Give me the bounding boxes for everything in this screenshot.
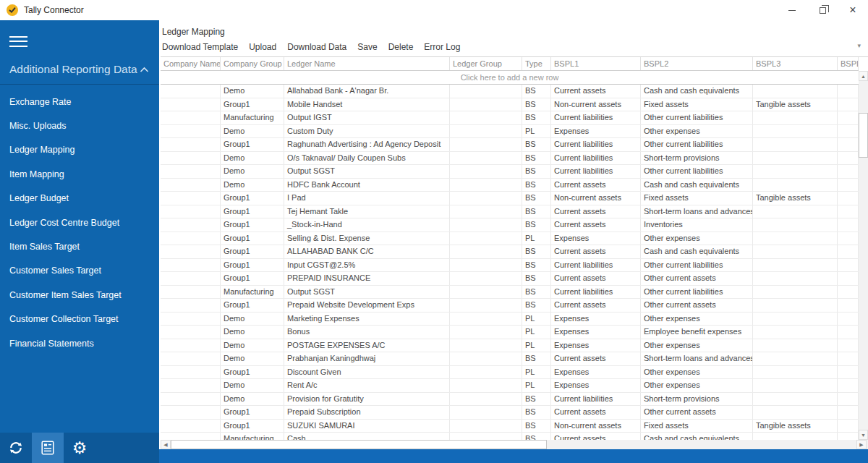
- table-cell[interactable]: BS: [522, 406, 551, 419]
- close-button[interactable]: ×: [838, 0, 868, 20]
- add-new-row[interactable]: Click here to add a new row: [161, 71, 859, 85]
- table-cell[interactable]: Cash and cash equivalents: [641, 433, 753, 440]
- table-cell[interactable]: [450, 245, 522, 258]
- table-cell[interactable]: Current liabilities: [551, 111, 641, 124]
- table-cell[interactable]: Manufacturing: [221, 111, 284, 124]
- table-cell[interactable]: [753, 272, 838, 285]
- table-cell[interactable]: Group1: [221, 299, 284, 312]
- table-cell[interactable]: [838, 259, 859, 272]
- table-cell[interactable]: [838, 85, 859, 98]
- table-row[interactable]: Group1Mobile HandsetBSNon-current assets…: [161, 98, 859, 112]
- table-cell[interactable]: Group1: [221, 98, 284, 111]
- table-cell[interactable]: [161, 218, 221, 232]
- table-row[interactable]: Group1Prepaid Website Development ExpsBS…: [161, 299, 859, 313]
- table-cell[interactable]: [450, 286, 522, 299]
- minimize-button[interactable]: [777, 0, 807, 20]
- delete-button[interactable]: Delete: [388, 42, 414, 52]
- column-header[interactable]: BSPL1: [551, 57, 641, 70]
- table-row[interactable]: DemoRent A/cPLExpensesOther expenses: [161, 379, 859, 393]
- table-cell[interactable]: [838, 393, 859, 406]
- table-row[interactable]: DemoCustom DutyPLExpensesOther expenses: [161, 125, 859, 139]
- table-cell[interactable]: [753, 259, 838, 272]
- table-cell[interactable]: Current assets: [551, 272, 641, 285]
- table-row[interactable]: Group1Input CGST@2.5%BSCurrent liabiliti…: [161, 259, 859, 273]
- table-cell[interactable]: BS: [522, 111, 551, 124]
- table-cell[interactable]: Expenses: [551, 125, 641, 138]
- table-cell[interactable]: Bonus: [284, 326, 450, 339]
- table-cell[interactable]: [753, 406, 838, 419]
- table-cell[interactable]: [161, 313, 221, 326]
- sidebar-item-financial-statements[interactable]: Financial Statements: [0, 331, 159, 355]
- sidebar-item-exchange-rate[interactable]: Exchange Rate: [0, 90, 159, 114]
- table-cell[interactable]: Demo: [221, 152, 284, 165]
- table-cell[interactable]: [838, 138, 859, 151]
- table-cell[interactable]: Other current liabilities: [641, 165, 753, 178]
- table-row[interactable]: ManufacturingOutput IGSTBSCurrent liabil…: [161, 111, 859, 125]
- sidebar-item-ledger-mapping[interactable]: Ledger Mapping: [0, 138, 159, 162]
- table-row[interactable]: DemoO/s Taknaval/ Daily Coupen SubsBSCur…: [161, 152, 859, 166]
- table-cell[interactable]: [161, 406, 221, 419]
- table-cell[interactable]: [753, 218, 838, 232]
- table-cell[interactable]: [161, 366, 221, 379]
- table-cell[interactable]: Cash and cash equivalents: [641, 85, 753, 98]
- table-cell[interactable]: [838, 179, 859, 192]
- table-cell[interactable]: [838, 339, 859, 352]
- table-cell[interactable]: Demo: [221, 379, 284, 392]
- table-cell[interactable]: Group1: [221, 232, 284, 245]
- table-cell[interactable]: Fixed assets: [641, 420, 753, 433]
- table-cell[interactable]: BS: [522, 218, 551, 232]
- table-cell[interactable]: Inventories: [641, 218, 753, 232]
- table-cell[interactable]: [753, 433, 838, 440]
- sidebar-item-customer-collection-target[interactable]: Customer Collection Target: [0, 307, 159, 331]
- table-cell[interactable]: [838, 165, 859, 178]
- column-header[interactable]: BSPL4: [838, 57, 859, 70]
- download-template-button[interactable]: Download Template: [162, 42, 238, 52]
- table-cell[interactable]: [450, 406, 522, 419]
- table-cell[interactable]: [753, 339, 838, 352]
- table-cell[interactable]: Other expenses: [641, 366, 753, 379]
- sidebar-item-ledger-cost-centre-budget[interactable]: Ledger Cost Centre Budget: [0, 211, 159, 234]
- table-cell[interactable]: [450, 299, 522, 312]
- table-cell[interactable]: [161, 165, 221, 178]
- table-cell[interactable]: [450, 152, 522, 165]
- table-cell[interactable]: [161, 326, 221, 339]
- table-cell[interactable]: BS: [522, 352, 551, 365]
- scroll-up-button[interactable]: ▲: [859, 71, 868, 81]
- toolbar-overflow-button[interactable]: ▾: [857, 42, 861, 49]
- table-cell[interactable]: Tangible assets: [753, 98, 838, 111]
- table-row[interactable]: DemoBonusPLExpensesEmployee benefit expe…: [161, 326, 859, 339]
- table-cell[interactable]: [753, 125, 838, 138]
- table-cell[interactable]: Group1: [221, 218, 284, 232]
- table-cell[interactable]: [450, 352, 522, 365]
- sidebar-item-item-sales-target[interactable]: Item Sales Target: [0, 234, 159, 258]
- table-row[interactable]: Group1Selling & Dist. ExpensePLExpensesO…: [161, 232, 859, 246]
- table-row[interactable]: Group1ALLAHABAD BANK C/CBSCurrent assets…: [161, 245, 859, 259]
- table-cell[interactable]: [161, 111, 221, 124]
- table-cell[interactable]: [838, 125, 859, 138]
- table-cell[interactable]: [450, 326, 522, 339]
- table-cell[interactable]: [753, 165, 838, 178]
- table-cell[interactable]: [753, 326, 838, 339]
- table-cell[interactable]: [161, 299, 221, 312]
- table-cell[interactable]: [838, 326, 859, 339]
- table-cell[interactable]: [450, 98, 522, 111]
- table-cell[interactable]: [838, 111, 859, 124]
- scroll-left-button[interactable]: ◀: [161, 440, 171, 449]
- table-cell[interactable]: BS: [522, 420, 551, 433]
- sidebar-item-customer-sales-target[interactable]: Customer Sales Target: [0, 259, 159, 283]
- table-cell[interactable]: [161, 245, 221, 258]
- table-cell[interactable]: [838, 420, 859, 433]
- table-cell[interactable]: HDFC Bank Account: [284, 179, 450, 192]
- table-cell[interactable]: PL: [522, 326, 551, 339]
- table-cell[interactable]: Demo: [221, 393, 284, 406]
- table-cell[interactable]: Current assets: [551, 179, 641, 192]
- table-cell[interactable]: [753, 352, 838, 365]
- table-cell[interactable]: SUZUKI SAMURAI: [284, 420, 450, 433]
- table-cell[interactable]: Tangible assets: [753, 192, 838, 205]
- table-cell[interactable]: [838, 98, 859, 111]
- table-cell[interactable]: [161, 232, 221, 245]
- table-cell[interactable]: Expenses: [551, 366, 641, 379]
- table-cell[interactable]: [450, 232, 522, 245]
- table-cell[interactable]: Current assets: [551, 85, 641, 98]
- table-cell[interactable]: Current assets: [551, 406, 641, 419]
